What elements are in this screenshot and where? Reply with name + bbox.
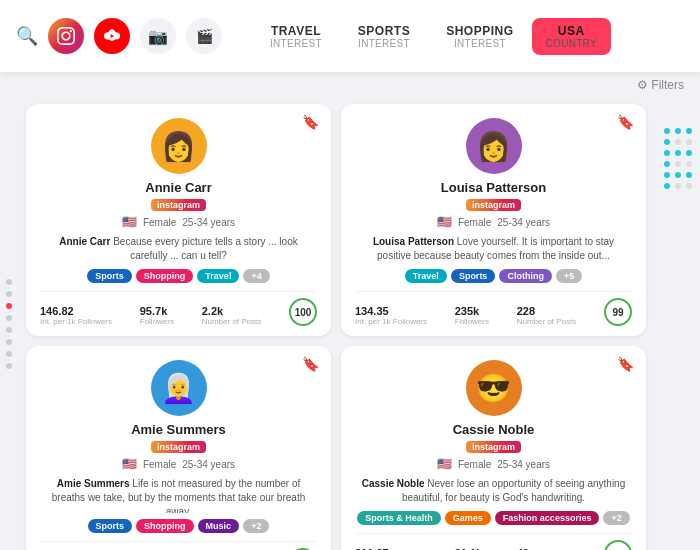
right-dot-10 xyxy=(675,161,681,167)
tab-travel[interactable]: TRAVEL INTEREST xyxy=(252,16,340,57)
card-name-3: Cassie Noble xyxy=(453,422,535,437)
dot-4 xyxy=(6,315,12,321)
card-bio-0: Annie Carr Because every picture tells a… xyxy=(40,235,317,263)
tags-0: SportsShoppingTravel+4 xyxy=(87,269,269,283)
platform-badge-1: instagram xyxy=(466,199,521,211)
bookmark-icon-0[interactable]: 🔖 xyxy=(302,114,319,130)
header: 🔍 📷 🎬 TRAVEL INTEREST SPORTS INTERE xyxy=(0,0,700,72)
tag-3[interactable]: +2 xyxy=(603,511,629,525)
age-0: 25-34 years xyxy=(182,217,235,228)
card-name-1: Louisa Patterson xyxy=(441,180,546,195)
card-meta-3: 🇺🇸 Female 25-34 years xyxy=(437,457,550,471)
card-stats-0: 146.82 Int. per 1k Followers 95.7k Follo… xyxy=(40,291,317,326)
tag-1[interactable]: Sports xyxy=(451,269,496,283)
left-pagination-dots xyxy=(0,98,22,550)
tag-0[interactable]: Sports xyxy=(88,519,133,533)
right-dot-12 xyxy=(664,172,670,178)
gender-2: Female xyxy=(143,459,176,470)
right-dot-1 xyxy=(675,128,681,134)
dot-5 xyxy=(6,327,12,333)
bookmark-icon-1[interactable]: 🔖 xyxy=(617,114,634,130)
right-dot-9 xyxy=(664,161,670,167)
flag-0: 🇺🇸 xyxy=(122,215,137,229)
score-circle-3: 97 xyxy=(604,540,632,550)
tag-0[interactable]: Travel xyxy=(405,269,447,283)
tags-2: SportsShoppingMusic+2 xyxy=(88,519,270,533)
instagram-icon[interactable] xyxy=(48,18,84,54)
tag-2[interactable]: Travel xyxy=(197,269,239,283)
right-dot-17 xyxy=(686,183,692,189)
filter-icon[interactable]: ⚙ Filters xyxy=(637,78,684,92)
dot-6 xyxy=(6,339,12,345)
right-dot-5 xyxy=(686,139,692,145)
bookmark-icon-3[interactable]: 🔖 xyxy=(617,356,634,372)
flag-1: 🇺🇸 xyxy=(437,215,452,229)
gender-3: Female xyxy=(458,459,491,470)
platform-badge-3: instagram xyxy=(466,441,521,453)
influencer-card-2: 🔖 👩‍🦳 Amie Summers instagram 🇺🇸 Female 2… xyxy=(26,346,331,550)
tab-usa[interactable]: USA COUNTRY xyxy=(532,18,611,55)
card-name-0: Annie Carr xyxy=(145,180,211,195)
nav-tabs: TRAVEL INTEREST SPORTS INTEREST SHOPPING… xyxy=(252,16,611,57)
bookmark-icon-2[interactable]: 🔖 xyxy=(302,356,319,372)
card-meta-2: 🇺🇸 Female 25-34 years xyxy=(122,457,235,471)
influencer-card-1: 🔖 👩 Louisa Patterson instagram 🇺🇸 Female… xyxy=(341,104,646,336)
stat-posts-val-1: 228 xyxy=(517,305,577,317)
tags-3: Sports & HealthGamesFashion accessories+… xyxy=(357,511,629,525)
tag-2[interactable]: Fashion accessories xyxy=(495,511,600,525)
card-meta-1: 🇺🇸 Female 25-34 years xyxy=(437,215,550,229)
right-dot-3 xyxy=(664,139,670,145)
tag-3[interactable]: +2 xyxy=(243,519,269,533)
stat-followers-label-0: Followers xyxy=(140,317,174,326)
right-dot-4 xyxy=(675,139,681,145)
avatar-0: 👩 xyxy=(151,118,207,174)
score-circle-1: 99 xyxy=(604,298,632,326)
dot-1 xyxy=(6,279,12,285)
video-icon[interactable]: 🎬 xyxy=(186,18,222,54)
stat-followers-0: 95.7k Followers xyxy=(140,305,174,326)
stat-engagement-val-0: 146.82 xyxy=(40,305,112,317)
age-3: 25-34 years xyxy=(497,459,550,470)
stat-followers-1: 235k Followers xyxy=(455,305,489,326)
influencer-card-3: 🔖 😎 Cassie Noble instagram 🇺🇸 Female 25-… xyxy=(341,346,646,550)
stat-engagement-0: 146.82 Int. per 1k Followers xyxy=(40,305,112,326)
tag-0[interactable]: Sports & Health xyxy=(357,511,441,525)
card-meta-0: 🇺🇸 Female 25-34 years xyxy=(122,215,235,229)
search-button[interactable]: 🔍 xyxy=(16,25,38,47)
tag-1[interactable]: Games xyxy=(445,511,491,525)
cards-grid: 🔖 👩 Annie Carr instagram 🇺🇸 Female 25-34… xyxy=(22,98,656,550)
right-dot-6 xyxy=(664,150,670,156)
tag-3[interactable]: +5 xyxy=(556,269,582,283)
right-dot-2 xyxy=(686,128,692,134)
card-bio-1: Louisa Patterson Love yourself. It is im… xyxy=(355,235,632,263)
stat-posts-1: 228 Number of Posts xyxy=(517,305,577,326)
header-icons: 🔍 📷 🎬 xyxy=(16,18,222,54)
tag-0[interactable]: Sports xyxy=(87,269,132,283)
gender-0: Female xyxy=(143,217,176,228)
flag-3: 🇺🇸 xyxy=(437,457,452,471)
right-dots xyxy=(656,118,700,550)
right-dot-0 xyxy=(664,128,670,134)
right-dot-11 xyxy=(686,161,692,167)
stat-followers-label-1: Followers xyxy=(455,317,489,326)
influencer-card-0: 🔖 👩 Annie Carr instagram 🇺🇸 Female 25-34… xyxy=(26,104,331,336)
tab-shopping[interactable]: SHOPPING INTEREST xyxy=(428,16,531,57)
right-dot-16 xyxy=(675,183,681,189)
card-stats-1: 134.35 Int. per 1k Followers 235k Follow… xyxy=(355,291,632,326)
card-name-2: Amie Summers xyxy=(131,422,226,437)
stat-posts-label-0: Number of Posts xyxy=(202,317,262,326)
right-dot-13 xyxy=(675,172,681,178)
tag-2[interactable]: Clothing xyxy=(499,269,552,283)
tag-1[interactable]: Shopping xyxy=(136,519,194,533)
camera-icon[interactable]: 📷 xyxy=(140,18,176,54)
tab-sports[interactable]: SPORTS INTEREST xyxy=(340,16,428,57)
tag-1[interactable]: Shopping xyxy=(136,269,194,283)
tag-3[interactable]: +4 xyxy=(243,269,269,283)
dot-2 xyxy=(6,291,12,297)
tag-2[interactable]: Music xyxy=(198,519,240,533)
youtube-icon[interactable] xyxy=(94,18,130,54)
filter-bar: ⚙ Filters xyxy=(0,72,700,98)
stat-engagement-1: 134.35 Int. per 1k Followers xyxy=(355,305,427,326)
tags-1: TravelSportsClothing+5 xyxy=(405,269,582,283)
app-wrapper: 🔍 📷 🎬 TRAVEL INTEREST SPORTS INTERE xyxy=(0,0,700,550)
